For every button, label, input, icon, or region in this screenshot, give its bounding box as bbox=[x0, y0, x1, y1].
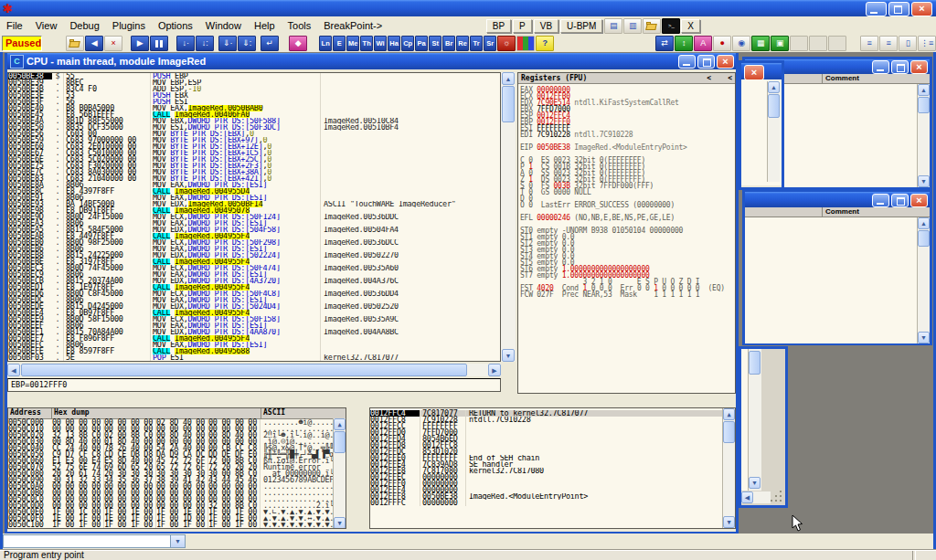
scroll-up-icon[interactable]: ▲ bbox=[918, 217, 930, 229]
register-row[interactable]: O 0 LastErr ERROR_SUCCESS (00000000) bbox=[518, 202, 735, 208]
scroll-hint-icon[interactable]: < bbox=[707, 74, 711, 82]
register-row[interactable]: EIP 0050BE38 ImageRed.<ModuleEntryPoint> bbox=[518, 144, 735, 151]
registers-pane[interactable]: Registers (FPU) << EAX 00000000ECX 0012F… bbox=[517, 72, 736, 394]
menu-plugins[interactable]: Plugins bbox=[106, 18, 152, 33]
scroll-thumb[interactable] bbox=[334, 431, 346, 453]
panel-vscrollbar[interactable]: ▲ ▼ bbox=[917, 84, 930, 187]
menu-file[interactable]: File bbox=[0, 18, 29, 33]
spiral-icon[interactable]: ◉ bbox=[732, 36, 750, 51]
disassembly-hscrollbar[interactable]: ◀ ▶ bbox=[7, 364, 501, 376]
panel-close-button[interactable]: × bbox=[910, 60, 928, 74]
fragment-vscrollbar[interactable]: ▲ bbox=[767, 81, 780, 182]
panel-minimize-button[interactable] bbox=[872, 194, 889, 207]
menu-help[interactable]: Help bbox=[248, 18, 282, 33]
keypad-icon[interactable]: ▦ bbox=[751, 36, 770, 51]
updown-icon[interactable]: ↕ bbox=[675, 36, 693, 51]
list-icon-2[interactable]: ≡ bbox=[879, 36, 898, 51]
disasm-row[interactable]: 0050BE3B.83C4 F0ADD ESP,-10 bbox=[8, 86, 500, 92]
disabled-button-3[interactable] bbox=[828, 36, 846, 51]
scroll-left-icon[interactable]: ◀ bbox=[7, 364, 20, 376]
restore-button[interactable] bbox=[888, 2, 909, 16]
scroll-down-icon[interactable]: ▼ bbox=[502, 349, 515, 362]
restart-icon[interactable]: ◀ bbox=[85, 36, 103, 51]
fragment-close-button[interactable]: × bbox=[744, 65, 764, 80]
scroll-thumb[interactable] bbox=[918, 230, 930, 247]
stack-row[interactable]: 0012FFFC00000000 bbox=[370, 500, 735, 506]
register-row[interactable]: FCW 027F Prec NEAR,53 Mask 1 1 1 1 1 1 bbox=[518, 291, 735, 298]
scroll-thumb[interactable] bbox=[918, 97, 930, 113]
panel-vscrollbar[interactable]: ▲ ▼ bbox=[917, 217, 930, 343]
console-icon[interactable]: >_ bbox=[662, 18, 680, 34]
minimize-button[interactable] bbox=[866, 2, 887, 16]
layout-icon-2[interactable]: ⋮≡ bbox=[918, 36, 936, 51]
scroll-down-icon[interactable]: ▼ bbox=[723, 516, 735, 528]
partial-vscrollbar[interactable]: ▼ bbox=[749, 349, 761, 491]
step-into-icon[interactable]: ↓· bbox=[176, 36, 195, 51]
scroll-thumb[interactable] bbox=[502, 86, 515, 122]
disabled-button-1[interactable] bbox=[790, 36, 808, 51]
panel-minimize-button[interactable] bbox=[872, 60, 889, 74]
disassembly-pane[interactable]: 0050BE38$55PUSH EBP0050BE39.8BECMOV EBP,… bbox=[7, 72, 501, 362]
command-combobox[interactable]: ▼ bbox=[3, 534, 186, 548]
trace-over-icon[interactable]: ⇓: bbox=[238, 36, 256, 51]
open-file-icon[interactable] bbox=[66, 36, 84, 51]
scroll-down-icon[interactable]: ▼ bbox=[918, 175, 930, 187]
pane-button-th[interactable]: Th bbox=[360, 36, 373, 51]
pane-button-re[interactable]: Re bbox=[456, 36, 469, 51]
toolbar-close-button[interactable]: X bbox=[681, 19, 700, 33]
comment-column-header[interactable]: Comment bbox=[745, 207, 930, 217]
register-row[interactable]: EFL 00000246 (NO,NB,E,BE,NS,PE,GE,LE) bbox=[518, 215, 735, 221]
scroll-up-icon[interactable]: ▲ bbox=[334, 418, 346, 430]
book-icon[interactable]: ▥ bbox=[623, 18, 642, 34]
disasm-row[interactable]: 0050BEFE.E8 8597F8FFCALL ImageRed.004956… bbox=[8, 348, 500, 354]
record-icon[interactable]: ● bbox=[713, 36, 731, 51]
disassembly-vscrollbar[interactable]: ▲ ▼ bbox=[501, 72, 516, 362]
pane-button-ha[interactable]: Ha bbox=[388, 36, 400, 51]
list-icon-1[interactable]: ≡ bbox=[860, 36, 878, 51]
scroll-up-icon[interactable]: ▲ bbox=[918, 84, 930, 96]
dump-row[interactable]: 0050C1001F 00 1F 001F 00 1F 001F 00 1F 0… bbox=[8, 522, 346, 528]
scroll-thumb[interactable] bbox=[21, 364, 467, 376]
stack-vscrollbar[interactable]: ▲ ▼ bbox=[722, 408, 735, 528]
pane-button-sr[interactable]: Sr bbox=[484, 36, 496, 51]
swap-icon[interactable]: ⇄ bbox=[655, 36, 674, 51]
scroll-thumb[interactable] bbox=[768, 94, 780, 118]
folder-icon[interactable] bbox=[643, 18, 661, 34]
chevron-down-icon[interactable]: ▼ bbox=[170, 535, 185, 547]
menu-button-bp[interactable]: BP bbox=[486, 19, 511, 33]
scroll-down-icon[interactable]: ▼ bbox=[749, 477, 760, 489]
menu-view[interactable]: View bbox=[29, 18, 64, 33]
main-titlebar[interactable]: ✱ × bbox=[0, 0, 936, 16]
scroll-right-icon[interactable]: ▶ bbox=[488, 364, 501, 376]
scroll-thumb[interactable] bbox=[749, 351, 760, 375]
appearance-icon[interactable] bbox=[516, 36, 535, 51]
execute-return-icon[interactable]: ↵ bbox=[261, 36, 279, 51]
pane-button-pa[interactable]: Pa bbox=[415, 36, 428, 51]
panel-close-button[interactable]: × bbox=[910, 194, 928, 207]
menu-button-vb[interactable]: VB bbox=[534, 19, 558, 33]
pause-icon[interactable] bbox=[150, 36, 168, 51]
scroll-hint-icon[interactable]: < bbox=[728, 74, 732, 82]
pane-button-wi[interactable]: Wi bbox=[374, 36, 387, 51]
pane-button-me[interactable]: Me bbox=[346, 36, 359, 51]
trace-into-icon[interactable]: ⇓· bbox=[218, 36, 237, 51]
dump-vscrollbar[interactable]: ▲ ▼ bbox=[333, 418, 346, 529]
goto-icon[interactable]: ◆ bbox=[289, 36, 307, 51]
cpu-close-button[interactable]: × bbox=[717, 55, 734, 69]
scroll-left-icon[interactable]: ◀ bbox=[741, 491, 753, 503]
menu-window[interactable]: Window bbox=[199, 18, 248, 33]
scroll-up-icon[interactable]: ▲ bbox=[723, 408, 735, 420]
disabled-button-2[interactable] bbox=[809, 36, 827, 51]
help-icon[interactable]: ? bbox=[536, 36, 554, 51]
register-row[interactable]: T 0 GS 0000 NULL bbox=[518, 189, 735, 195]
scroll-up-icon[interactable]: ▲ bbox=[768, 81, 780, 93]
options-gear-icon[interactable]: ☼ bbox=[497, 36, 516, 51]
disasm-row[interactable]: 0050BF03.5EPOP ESIkernel32.7C817077 bbox=[8, 354, 500, 361]
close-program-icon[interactable]: × bbox=[104, 36, 122, 51]
menu-button-p[interactable]: P bbox=[513, 19, 532, 33]
notes-icon[interactable]: ▤ bbox=[604, 18, 622, 34]
cpu-minimize-button[interactable] bbox=[678, 55, 696, 69]
scroll-up-icon[interactable]: ▲ bbox=[502, 72, 515, 85]
pane-button-cp[interactable]: Cp bbox=[401, 36, 414, 51]
disasm-row[interactable]: 0050BE3E.53PUSH EBX bbox=[8, 92, 500, 99]
